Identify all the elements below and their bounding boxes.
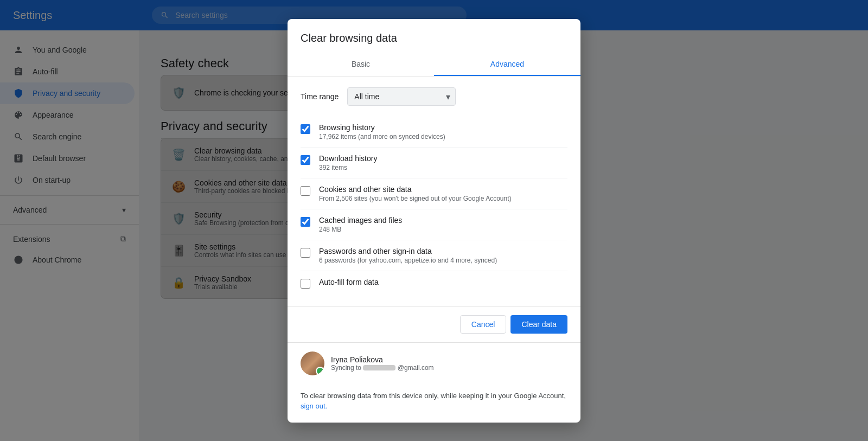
email-suffix: @gmail.com [398,364,434,372]
checkbox-passwords: Passwords and other sign-in data 6 passw… [301,240,567,271]
tab-basic[interactable]: Basic [288,53,434,76]
cancel-button[interactable]: Cancel [460,315,507,334]
email-blurred [363,365,395,370]
clear-data-button[interactable]: Clear data [510,315,567,334]
checkbox-download-history-input[interactable] [301,155,310,165]
sign-out-text: To clear browsing data from this device … [301,392,566,400]
cookies-label: Cookies and other site data [319,185,567,194]
clear-browsing-dialog: Clear browsing data Basic Advanced Time … [288,19,580,423]
checkbox-cookies: Cookies and other site data From 2,506 s… [301,178,567,209]
cookies-sub: From 2,506 sites (you won't be signed ou… [319,195,567,202]
time-range-row: Time range Last hour Last 24 hours Last … [301,87,567,106]
dialog-body: Time range Last hour Last 24 hours Last … [288,76,580,306]
avatar [301,351,324,375]
account-section: Iryna Poliakova Syncing to @gmail.com [288,342,580,384]
checkbox-autofill: Auto-fill form data [301,271,567,295]
browsing-history-sub: 17,962 items (and more on synced devices… [319,133,567,140]
browsing-history-label: Browsing history [319,123,567,132]
account-info: Iryna Poliakova Syncing to @gmail.com [331,355,567,372]
checkbox-cached-input[interactable] [301,217,310,227]
cached-label: Cached images and files [319,216,567,225]
checkbox-cached: Cached images and files 248 MB [301,209,567,240]
account-email: Syncing to @gmail.com [331,364,567,372]
sign-out-link[interactable]: sign out. [301,402,327,410]
checkbox-passwords-input[interactable] [301,248,310,258]
dialog-tabs: Basic Advanced [288,53,580,76]
checkbox-download-history: Download history 392 items [301,148,567,178]
checkbox-browsing-history: Browsing history 17,962 items (and more … [301,117,567,148]
time-range-label: Time range [301,92,339,101]
time-range-select-wrapper: Last hour Last 24 hours Last 7 days Last… [347,87,456,106]
avatar-sync-badge [316,367,324,375]
tab-advanced[interactable]: Advanced [434,53,580,76]
sign-out-note: To clear browsing data from this device … [288,384,580,423]
autofill-label: Auto-fill form data [319,278,567,286]
time-range-select[interactable]: Last hour Last 24 hours Last 7 days Last… [347,87,456,106]
checkbox-cookies-input[interactable] [301,186,310,196]
download-history-sub: 392 items [319,164,567,171]
passwords-sub: 6 passwords (for yahoo.com, appetize.io … [319,257,567,264]
passwords-label: Passwords and other sign-in data [319,247,567,255]
syncing-label: Syncing to [331,364,361,372]
account-name: Iryna Poliakova [331,355,567,364]
dialog-title: Clear browsing data [288,19,580,44]
checkbox-autofill-input[interactable] [301,279,310,289]
checkbox-browsing-history-input[interactable] [301,124,310,134]
download-history-label: Download history [319,154,567,163]
modal-overlay: Clear browsing data Basic Advanced Time … [0,0,868,441]
dialog-footer: Cancel Clear data [288,306,580,342]
cached-sub: 248 MB [319,226,567,233]
